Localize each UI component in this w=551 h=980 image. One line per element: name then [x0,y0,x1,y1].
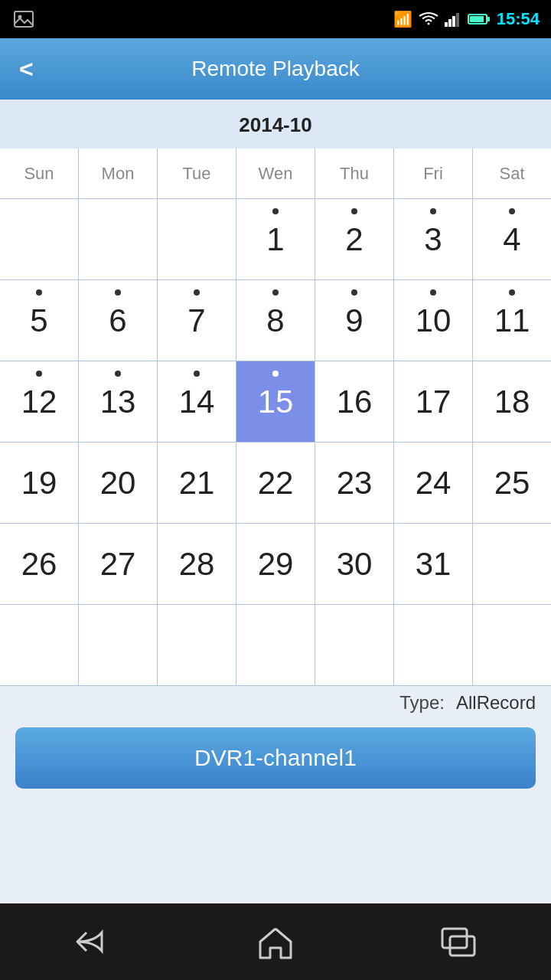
weekday-wen: Wen [236,149,315,198]
day-number: 22 [258,467,294,499]
day-number: 29 [258,548,294,580]
recents-nav-button[interactable] [429,919,490,965]
calendar-day-2[interactable]: 2 [315,199,394,279]
calendar-day-3[interactable]: 3 [394,199,473,279]
svg-rect-8 [487,17,490,21]
bluetooth-icon: 📶 [393,10,412,28]
calendar-day-12[interactable]: 12 [0,361,79,442]
channel-button[interactable]: DVR1-channel1 [15,727,536,789]
day-number: 7 [187,305,205,337]
calendar-week-5: 262728293031 [0,524,551,605]
day-number: 12 [21,386,57,418]
weekday-header-row: Sun Mon Tue Wen Thu Fri Sat [0,149,551,199]
day-number: 10 [416,305,452,337]
svg-rect-0 [15,11,33,27]
weekday-fri: Fri [394,149,473,198]
day-number: 4 [503,224,520,256]
day-number: 3 [424,224,442,256]
calendar-day-19[interactable]: 19 [0,443,79,523]
day-number: 9 [345,305,363,337]
calendar-day-11[interactable]: 11 [473,280,551,361]
calendar-day-4[interactable]: 4 [473,199,551,279]
calendar-day-5[interactable]: 5 [0,280,79,361]
calendar-day-13[interactable]: 13 [79,361,158,442]
app-header: < Remote Playback [0,38,551,100]
day-number: 8 [266,305,284,337]
calendar-empty-5-4 [315,605,394,685]
svg-rect-2 [445,22,448,27]
day-number: 17 [416,386,452,418]
svg-rect-3 [448,19,452,27]
day-number: 1 [266,224,284,256]
svg-rect-7 [470,16,484,22]
day-number: 30 [337,548,373,580]
back-nav-button[interactable] [61,919,122,965]
day-number: 23 [337,467,373,499]
calendar-day-29[interactable]: 29 [236,524,315,604]
calendar-day-7[interactable]: 7 [158,280,236,361]
back-button[interactable]: < [15,51,45,87]
home-nav-button[interactable] [245,919,306,965]
svg-rect-5 [456,13,459,27]
calendar-day-6[interactable]: 6 [79,280,158,361]
calendar-empty-5-6 [473,605,551,685]
calendar-day-17[interactable]: 17 [394,361,473,442]
calendar-week-4: 19202122232425 [0,443,551,524]
calendar-day-22[interactable]: 22 [236,443,315,523]
calendar-empty-5-2 [158,605,236,685]
calendar-day-15[interactable]: 15 [236,361,315,442]
weekday-tue: Tue [158,149,236,198]
calendar-empty-5-3 [236,605,315,685]
calendar-day-21[interactable]: 21 [158,443,236,523]
type-label: Type: [399,692,445,714]
calendar-day-8[interactable]: 8 [236,280,315,361]
day-number: 19 [21,467,57,499]
calendar-section: 2014-10 Sun Mon Tue Wen Thu Fri Sat 1234… [0,100,551,686]
wifi-icon [419,11,439,27]
calendar-day-20[interactable]: 20 [79,443,158,523]
svg-rect-9 [442,929,467,948]
status-right: 📶 15:54 [393,9,540,29]
calendar-day-14[interactable]: 14 [158,361,236,442]
calendar-week-3: 12131415161718 [0,361,551,443]
calendar-day-31[interactable]: 31 [394,524,473,604]
calendar-day-28[interactable]: 28 [158,524,236,604]
calendar-day-24[interactable]: 24 [394,443,473,523]
weekday-thu: Thu [315,149,394,198]
battery-icon [468,12,491,26]
signal-icon [445,11,461,27]
calendar-empty-0-2 [158,199,236,279]
day-number: 20 [100,467,136,499]
calendar-empty-5-5 [394,605,473,685]
calendar-empty-5-0 [0,605,79,685]
calendar-day-26[interactable]: 26 [0,524,79,604]
calendar-day-16[interactable]: 16 [315,361,394,442]
day-number: 27 [100,548,136,580]
nav-bar [0,903,551,980]
day-number: 13 [100,386,136,418]
weekday-mon: Mon [79,149,158,198]
svg-rect-4 [452,16,455,27]
calendar-day-27[interactable]: 27 [79,524,158,604]
day-number: 16 [337,386,373,418]
type-row: Type: AllRecord [0,686,551,720]
day-number: 26 [21,548,57,580]
calendar-day-25[interactable]: 25 [473,443,551,523]
header-title: Remote Playback [191,57,359,81]
calendar-day-18[interactable]: 18 [473,361,551,442]
calendar-day-1[interactable]: 1 [236,199,315,279]
calendar-day-23[interactable]: 23 [315,443,394,523]
day-number: 18 [494,386,530,418]
calendar-body: 1234567891011121314151617181920212223242… [0,199,551,686]
calendar-empty-0-1 [79,199,158,279]
status-time: 15:54 [497,9,540,29]
image-icon [11,7,36,31]
day-number: 28 [179,548,215,580]
calendar-day-9[interactable]: 9 [315,280,394,361]
calendar-empty-4-6 [473,524,551,604]
calendar-day-30[interactable]: 30 [315,524,394,604]
weekday-sat: Sat [473,149,551,198]
day-number: 2 [345,224,363,256]
calendar-day-10[interactable]: 10 [394,280,473,361]
weekday-sun: Sun [0,149,79,198]
